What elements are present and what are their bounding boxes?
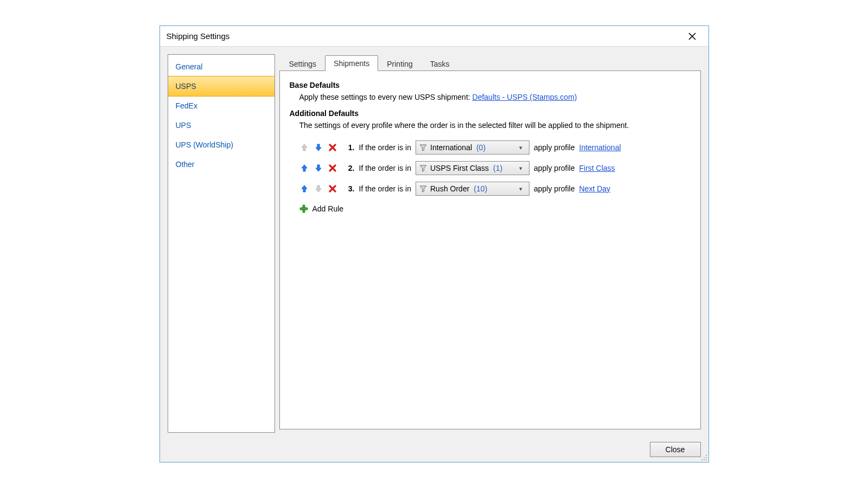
tab-panel-shipments: Base Defaults Apply these settings to ev… (279, 70, 701, 429)
rule-prefix-text: If the order is in (359, 164, 412, 172)
plus-icon (299, 204, 308, 213)
base-defaults-link[interactable]: Defaults - USPS (Stamps.com) (473, 93, 577, 101)
profile-link[interactable]: Next Day (579, 184, 611, 193)
funnel-icon (419, 185, 427, 192)
resize-grip[interactable] (700, 453, 707, 461)
filter-count: (1) (493, 164, 502, 172)
filter-count: (0) (476, 143, 486, 152)
sidebar-item-general[interactable]: General (168, 57, 275, 76)
delete-rule-icon[interactable] (328, 163, 337, 173)
window-title: Shipping Settings (167, 31, 230, 41)
rule-prefix-text: If the order is in (359, 184, 412, 193)
svg-point-3 (704, 457, 705, 458)
move-down-icon[interactable] (314, 163, 323, 173)
delete-rule-icon[interactable] (328, 184, 337, 194)
chevron-down-icon: ▾ (519, 144, 526, 151)
tab-printing[interactable]: Printing (378, 56, 421, 71)
base-defaults-text: Apply these settings to every new USPS s… (299, 93, 691, 101)
delete-rule-icon[interactable] (328, 143, 337, 152)
sidebar-item-other[interactable]: Other (168, 155, 275, 174)
rule-prefix-text: If the order is in (359, 143, 412, 152)
rule-row: 2.If the order is inUSPS First Class (1)… (299, 158, 691, 178)
filter-label: International (0) (430, 143, 516, 152)
rule-suffix-text: apply profile (534, 143, 575, 152)
filter-label: Rush Order (10) (430, 184, 516, 193)
move-down-icon (314, 184, 323, 194)
close-icon[interactable] (682, 29, 702, 44)
sidebar-item-fedex[interactable]: FedEx (168, 96, 275, 115)
sidebar-item-ups-worldship-[interactable]: UPS (WorldShip) (168, 135, 275, 155)
rules-list: 1.If the order is inInternational (0)▾ap… (299, 137, 691, 199)
base-defaults-title: Base Defaults (290, 81, 691, 89)
move-up-icon[interactable] (299, 184, 309, 194)
move-down-icon[interactable] (314, 143, 323, 152)
chevron-down-icon: ▾ (519, 165, 526, 172)
shipping-settings-dialog: Shipping Settings GeneralUSPSFedExUPSUPS… (159, 25, 709, 463)
filter-count: (10) (474, 184, 487, 193)
rule-number: 2. (342, 164, 355, 172)
filter-select[interactable]: USPS First Class (1)▾ (416, 161, 529, 175)
svg-point-5 (701, 459, 703, 460)
titlebar: Shipping Settings (160, 26, 709, 47)
filter-select[interactable]: Rush Order (10)▾ (416, 182, 529, 196)
sidebar: GeneralUSPSFedExUPSUPS (WorldShip)Other (168, 54, 275, 433)
additional-defaults-description: The settings of every profile where the … (299, 121, 691, 130)
add-rule-label: Add Rule (312, 204, 344, 213)
close-button[interactable]: Close (650, 442, 701, 457)
sidebar-item-usps[interactable]: USPS (168, 76, 275, 97)
base-defaults-text-prefix: Apply these settings to every new USPS s… (299, 93, 473, 101)
svg-point-2 (706, 455, 707, 456)
profile-link[interactable]: First Class (579, 164, 615, 172)
chevron-down-icon: ▾ (519, 185, 526, 192)
profile-link[interactable]: International (579, 143, 621, 152)
filter-select[interactable]: International (0)▾ (416, 140, 529, 155)
rule-number: 3. (342, 184, 355, 193)
tab-settings[interactable]: Settings (280, 56, 326, 71)
sidebar-item-ups[interactable]: UPS (168, 115, 275, 135)
filter-label: USPS First Class (1) (430, 164, 516, 172)
rule-suffix-text: apply profile (534, 164, 575, 172)
rule-suffix-text: apply profile (534, 184, 575, 193)
svg-point-7 (706, 459, 707, 460)
add-rule-button[interactable]: Add Rule (299, 202, 344, 215)
move-up-icon (299, 143, 309, 152)
tabs: SettingsShipmentsPrintingTasks (279, 54, 701, 70)
svg-point-4 (706, 457, 707, 458)
svg-rect-1 (300, 208, 308, 210)
rule-row: 1.If the order is inInternational (0)▾ap… (299, 137, 691, 158)
rule-number: 1. (342, 143, 355, 152)
tab-tasks[interactable]: Tasks (422, 56, 458, 71)
move-up-icon[interactable] (299, 163, 309, 173)
funnel-icon (419, 164, 427, 172)
dialog-footer: Close (160, 437, 709, 462)
additional-defaults-title: Additional Defaults (290, 109, 691, 118)
tab-shipments[interactable]: Shipments (325, 55, 378, 71)
funnel-icon (419, 144, 427, 151)
rule-row: 3.If the order is inRush Order (10)▾appl… (299, 178, 691, 199)
svg-point-6 (704, 459, 705, 460)
